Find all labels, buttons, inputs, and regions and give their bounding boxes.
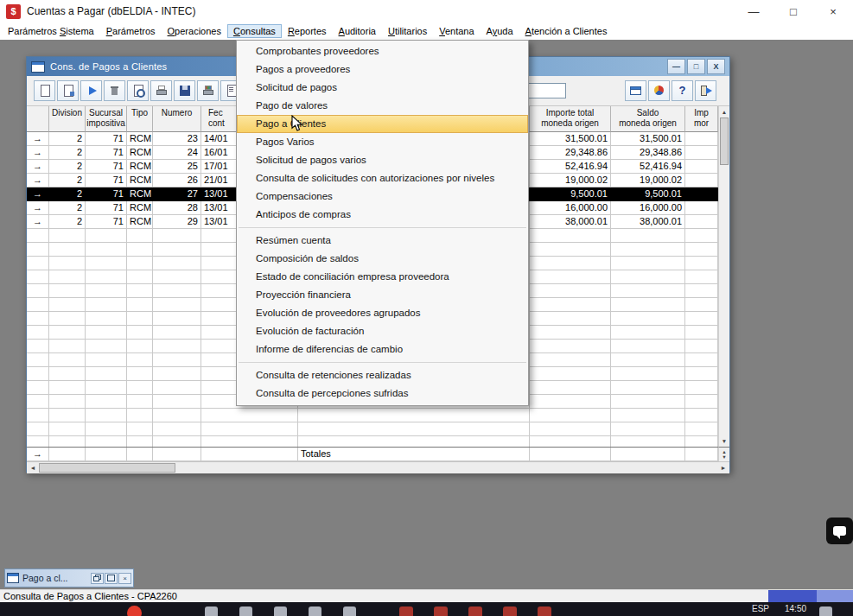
menu-atencion-a-clientes[interactable]: Atención a Clientes: [519, 24, 614, 38]
menu-auditoria[interactable]: Auditoria: [333, 24, 382, 38]
delete-button[interactable]: [104, 80, 125, 101]
taskbar-icon-5[interactable]: [343, 606, 356, 616]
taskbar-icon-7[interactable]: [434, 606, 448, 616]
taskbar-icon-8[interactable]: [468, 606, 482, 616]
menu-consultas[interactable]: Consultas: [227, 24, 282, 38]
scroll-down-icon[interactable]: [719, 435, 729, 447]
menu-reportes[interactable]: Reportes: [282, 24, 333, 38]
mini-restore-icon[interactable]: [91, 573, 104, 584]
cell-sucursal: 71: [86, 160, 127, 174]
print-color-button[interactable]: [197, 80, 219, 101]
menuitem-solicitud-de-pagos-varios[interactable]: Solicitud de pagos varios: [237, 151, 528, 169]
mini-close-icon[interactable]: ×: [118, 573, 131, 584]
child-close-icon[interactable]: X: [707, 59, 725, 74]
menuitem-anticipos-de-compras[interactable]: Anticipos de compras: [237, 206, 528, 224]
column-header-ind[interactable]: [27, 106, 49, 132]
cell-tipo: RCM: [127, 215, 153, 229]
preview-button[interactable]: [127, 80, 149, 101]
exit-button[interactable]: [695, 80, 716, 101]
scroll-right-icon[interactable]: [717, 462, 729, 473]
menuitem-evolucion-de-proveedores-agrupados[interactable]: Evolución de proveedores agrupados: [237, 304, 528, 322]
menuitem-resumen-cuenta[interactable]: Resúmen cuenta: [237, 232, 528, 250]
cell-tipo: [127, 257, 153, 270]
taskbar-clock[interactable]: 14:50: [785, 604, 806, 613]
taskbar-language[interactable]: ESP: [752, 604, 769, 613]
cell-importe: [530, 381, 611, 395]
column-header-imp2[interactable]: Impmor: [685, 106, 718, 132]
save-button[interactable]: [174, 80, 195, 101]
column-header-division[interactable]: Division: [49, 106, 86, 132]
grid-horizontal-scrollbar[interactable]: [27, 461, 729, 473]
horizontal-scroll-thumb[interactable]: [39, 463, 175, 473]
vertical-scroll-thumb[interactable]: [720, 117, 729, 165]
cell-importe: [530, 367, 611, 381]
menuitem-solicitud-de-pagos[interactable]: Solicitud de pagos: [237, 79, 528, 97]
run-button[interactable]: [80, 80, 102, 101]
taskbar-icon-2[interactable]: [239, 606, 252, 616]
cell-imp2: [685, 367, 718, 381]
menuitem-pago-de-valores[interactable]: Pago de valores: [237, 97, 528, 115]
column-header-saldo[interactable]: Saldomoneda origen: [611, 106, 685, 132]
maximize-icon[interactable]: □: [773, 0, 813, 22]
preview-icon: [131, 84, 145, 98]
child-minimize-icon[interactable]: —: [667, 59, 685, 74]
menu-ayuda[interactable]: Ayuda: [481, 24, 519, 38]
chart-button[interactable]: [648, 80, 670, 101]
menuitem-consulta-de-solicitudes-con-autorizaciones-por-niveles[interactable]: Consulta de solicitudes con autorizacion…: [237, 169, 528, 187]
scroll-up-icon[interactable]: [719, 106, 729, 117]
menu-ventana[interactable]: Ventana: [433, 24, 480, 38]
cell-ind: [27, 326, 49, 340]
table-view-button[interactable]: [625, 80, 646, 101]
menuitem-pagos-a-proveedores[interactable]: Pagos a proveedores: [237, 60, 528, 79]
cell-imp2: [685, 381, 718, 395]
child-maximize-icon[interactable]: □: [687, 59, 705, 74]
menuitem-consulta-de-percepciones-sufridas[interactable]: Consulta de percepciones sufridas: [237, 384, 528, 403]
taskbar-icon-6[interactable]: [399, 606, 413, 616]
menuitem-informe-de-diferencias-de-cambio[interactable]: Informe de diferencias de cambio: [237, 340, 528, 359]
taskbar-icon-3[interactable]: [274, 606, 287, 616]
taskbar-icon-10[interactable]: [538, 606, 551, 616]
totals-spinner[interactable]: [718, 447, 729, 461]
menuitem-pago-a-clientes[interactable]: Pago a Clientes: [237, 115, 528, 133]
taskbar-icon-9[interactable]: [503, 606, 517, 616]
menuitem-composicion-de-saldos[interactable]: Composición de saldos: [237, 250, 528, 268]
cell-filler: [298, 409, 530, 422]
menuitem-compensaciones[interactable]: Compensaciones: [237, 187, 528, 206]
menuitem-comprobantes-proveedores[interactable]: Comprobantes proveedores: [237, 42, 528, 60]
menu-operaciones[interactable]: Operaciones: [162, 24, 227, 38]
menu-parametros[interactable]: Parámetros: [100, 24, 162, 38]
taskbar-icon-start[interactable]: [127, 606, 142, 616]
grid-vertical-scrollbar[interactable]: [718, 106, 729, 447]
cell-imp2: [685, 146, 718, 160]
cell-sucursal: [86, 367, 127, 381]
menuitem-estado-de-conciliacion-empresa-proveedora[interactable]: Estado de conciliación empresa proveedor…: [237, 268, 528, 286]
menuitem-consulta-de-retenciones-realizadas[interactable]: Consulta de retenciones realizadas: [237, 366, 528, 384]
column-header-tipo[interactable]: Tipo: [127, 106, 153, 132]
menuitem-proyeccion-financiera[interactable]: Proyección financiera: [237, 286, 528, 304]
taskbar-icon-1[interactable]: [205, 606, 218, 616]
column-header-importe[interactable]: Importe totalmoneda origen: [530, 106, 611, 132]
taskbar-icon-4[interactable]: [309, 606, 321, 616]
open-doc-button[interactable]: [57, 80, 79, 101]
new-doc-button[interactable]: [34, 80, 55, 101]
column-header-sucursal[interactable]: Sucursalimpositiva: [86, 106, 127, 132]
help-button[interactable]: [672, 80, 693, 101]
cell-imp2: [685, 160, 718, 174]
minimize-icon[interactable]: —: [734, 0, 773, 22]
menuitem-evolucion-de-facturacion[interactable]: Evolución de facturación: [237, 322, 528, 340]
chat-overlay-icon[interactable]: [826, 518, 853, 544]
menu-utilitarios[interactable]: Utilitarios: [382, 24, 433, 38]
column-header-numero[interactable]: Numero: [153, 106, 201, 132]
scroll-left-icon[interactable]: [27, 462, 39, 473]
taskbar-icon-11[interactable]: [819, 606, 832, 616]
minimized-window[interactable]: Pago a cl... ×: [4, 568, 134, 587]
print-button[interactable]: [150, 80, 172, 101]
spinner-down-icon[interactable]: [722, 454, 726, 460]
cell-importe: [530, 340, 611, 353]
menuitem-pagos-varios[interactable]: Pagos Varios: [237, 133, 528, 151]
menu-parametros-sistema[interactable]: Parámetros Sistema: [2, 24, 100, 38]
mini-maximize-icon[interactable]: [105, 573, 118, 584]
close-icon[interactable]: ×: [813, 0, 853, 22]
cell-tipo: [127, 284, 153, 298]
cell-saldo: [611, 229, 685, 243]
